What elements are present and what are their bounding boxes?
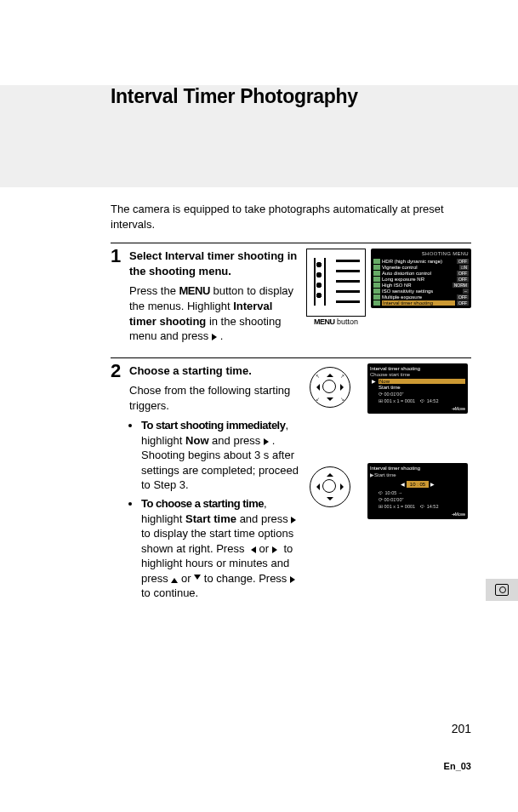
footer-code: En_03	[444, 761, 471, 771]
intro-paragraph: The camera is equipped to take photograp…	[111, 202, 471, 232]
menu-button-label: MENU button	[306, 318, 366, 327]
page-title: Interval Timer Photography	[111, 85, 471, 108]
right-arrow-icon	[212, 334, 220, 340]
step2-bullet-1: To start shooting immediately, highlight…	[141, 418, 303, 493]
step1-heading: Select Interval timer shooting in the sh…	[129, 249, 299, 278]
multi-selector-icon: ↖↗↙↘	[310, 367, 350, 408]
lcd-shooting-menu: SHOOTING MENU HDR (high dynamic range)OF…	[371, 249, 471, 308]
step1-paragraph: Press the MENU button to display the men…	[129, 283, 299, 343]
step2-bullet-2: To choose a starting time, highlight Sta…	[141, 496, 303, 601]
down-arrow-icon	[194, 575, 201, 583]
right-arrow-icon	[272, 546, 281, 553]
right-arrow-icon	[290, 576, 299, 583]
step-number-1: 1	[111, 247, 129, 348]
multi-selector-icon	[310, 466, 350, 507]
lcd-start-time: Interval timer shooting ▶Start time ◀ 10…	[367, 463, 468, 519]
camera-back-diagram: MENU button	[306, 249, 366, 327]
step-number-2: 2	[111, 362, 129, 604]
page-number: 201	[452, 722, 471, 735]
right-arrow-icon	[291, 517, 299, 523]
step2-heading: Choose a starting time.	[129, 363, 303, 379]
left-arrow-icon	[248, 546, 256, 553]
lcd-choose-start: Interval timer shooting Choose start tim…	[367, 363, 468, 414]
side-tab-camera-icon	[486, 579, 518, 601]
step-2: 2 Choose a starting time. Chose from the…	[111, 357, 471, 613]
step2-intro: Chose from the following starting trigge…	[129, 383, 303, 413]
right-arrow-icon	[264, 438, 272, 445]
step-1: 1 Select Interval timer shooting in the …	[111, 243, 471, 357]
